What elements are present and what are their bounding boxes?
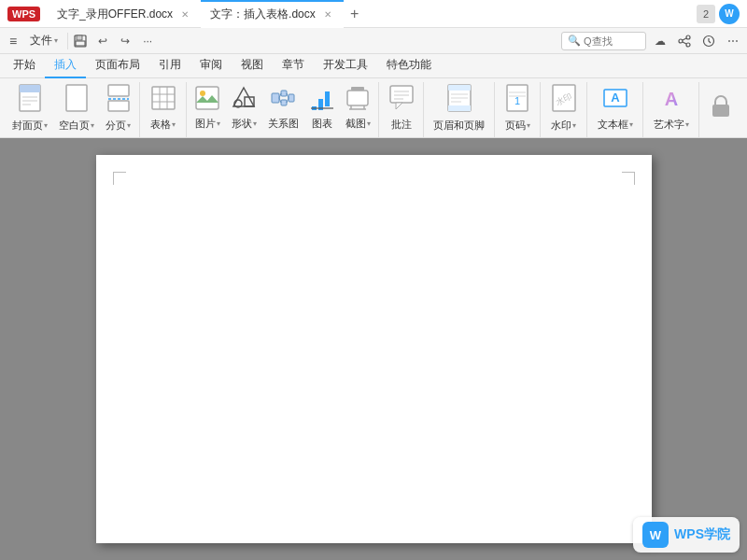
tab-offer[interactable]: 文字_录用OFFER.docx ✕ — [48, 0, 201, 28]
wordart-label: 艺术字 ▾ — [654, 118, 689, 132]
svg-rect-10 — [20, 85, 40, 92]
tab-table-close[interactable]: ✕ — [321, 8, 334, 21]
svg-marker-46 — [396, 103, 402, 109]
cloud-sync-button[interactable]: ☁ — [650, 31, 670, 51]
more-options-button[interactable]: ⋯ — [723, 31, 743, 51]
svg-rect-23 — [196, 87, 218, 109]
picture-label: 图片 ▾ — [195, 117, 220, 131]
search-box[interactable]: 🔍 — [561, 32, 646, 50]
wps-academy-badge[interactable]: W WPS学院 — [633, 517, 740, 553]
file-caret: ▾ — [54, 36, 58, 45]
blank-page-button[interactable]: 空白页 ▾ — [54, 82, 99, 134]
page-break-icon — [106, 84, 131, 116]
history-button[interactable] — [698, 31, 719, 51]
svg-text:A: A — [664, 89, 677, 109]
pagenumber-label: 页码 ▾ — [505, 119, 530, 133]
svg-rect-40 — [347, 91, 368, 105]
quick-access-toolbar: ↩ ↪ ··· — [70, 31, 158, 51]
user-avatar[interactable]: W — [719, 4, 740, 24]
lock-icon — [711, 94, 731, 122]
app-window: WPS 文字_录用OFFER.docx ✕ 文字：插入表格.docx ✕ + 2… — [0, 0, 747, 560]
picture-button[interactable]: 图片 ▾ — [190, 82, 225, 134]
title-bar-right: 2 W — [697, 4, 740, 24]
svg-point-5 — [686, 43, 690, 47]
more-quick-button[interactable]: ··· — [137, 31, 158, 51]
headerfooter-button[interactable]: 页眉和页脚 — [429, 82, 489, 134]
svg-text:A: A — [611, 91, 620, 105]
screenshot-label: 截图 ▾ — [345, 117, 371, 131]
document-page — [96, 155, 652, 543]
tab-add-button[interactable]: + — [344, 3, 366, 25]
search-input[interactable] — [584, 35, 640, 47]
watermark-group-items: 水印 水印 ▾ — [546, 82, 582, 137]
watermark-icon: 水印 — [551, 84, 577, 116]
document-area: W WPS学院 — [0, 138, 747, 560]
page-corner-top-left — [113, 172, 126, 185]
chart-button[interactable]: 图表 — [305, 82, 339, 134]
separator-1 — [67, 33, 68, 49]
screenshot-button[interactable]: 截图 ▾ — [341, 82, 375, 134]
headerfooter-label: 页眉和页脚 — [433, 119, 485, 133]
svg-rect-15 — [108, 85, 129, 96]
save-button[interactable] — [70, 31, 91, 51]
cover-page-label: 封面页 ▾ — [12, 119, 48, 133]
textbox-button[interactable]: A 文本框 ▾ — [593, 82, 638, 134]
pagenumber-icon: 1 — [505, 84, 529, 116]
ribbon-tab-special[interactable]: 特色功能 — [377, 54, 441, 78]
ribbon-group-pages: 封面页 ▾ 空白页 ▾ — [4, 82, 140, 137]
share-button[interactable] — [674, 31, 695, 51]
svg-rect-18 — [152, 87, 175, 109]
watermark-button[interactable]: 水印 水印 ▾ — [546, 82, 582, 134]
svg-rect-45 — [390, 86, 413, 103]
menu-bar-right: 🔍 ☁ ⋯ — [561, 31, 743, 51]
menu-file[interactable]: 文件 ▾ — [22, 31, 65, 50]
cover-page-button[interactable]: 封面页 ▾ — [7, 82, 52, 134]
hamburger-icon[interactable]: ≡ — [4, 34, 22, 49]
tab-offer-label: 文字_录用OFFER.docx — [57, 7, 173, 22]
tab-table[interactable]: 文字：插入表格.docx ✕ — [201, 0, 344, 28]
page-break-button[interactable]: 分页 ▾ — [101, 82, 135, 134]
ribbon-tab-insert[interactable]: 插入 — [45, 54, 86, 78]
shape-icon — [232, 86, 256, 114]
tab-count-badge: 2 — [697, 5, 715, 23]
ribbon-group-headerfooter: 页眉和页脚 — [424, 82, 495, 137]
svg-rect-31 — [289, 94, 294, 102]
lock-button[interactable] — [704, 82, 738, 134]
ribbon-content: 封面页 ▾ 空白页 ▾ — [0, 78, 747, 137]
svg-rect-28 — [272, 93, 279, 103]
ribbon-tab-review[interactable]: 审阅 — [190, 54, 232, 78]
screenshot-icon — [345, 86, 370, 114]
ribbon-tab-view[interactable]: 视图 — [232, 54, 273, 78]
wps-logo: WPS — [7, 7, 40, 21]
ribbon-tab-home[interactable]: 开始 — [4, 54, 45, 78]
undo-button[interactable]: ↩ — [92, 31, 113, 51]
ribbon-tab-layout[interactable]: 页面布局 — [86, 54, 149, 78]
svg-point-4 — [686, 35, 690, 39]
table-button[interactable]: 表格 ▾ — [146, 82, 181, 134]
smartart-icon — [271, 86, 295, 114]
redo-button[interactable]: ↪ — [115, 31, 135, 51]
shape-label: 形状 ▾ — [232, 117, 257, 131]
pagenumber-button[interactable]: 1 页码 ▾ — [500, 82, 535, 134]
ribbon-tab-chapter[interactable]: 章节 — [273, 54, 314, 78]
shape-button[interactable]: 形状 ▾ — [227, 82, 261, 134]
title-bar: WPS 文字_录用OFFER.docx ✕ 文字：插入表格.docx ✕ + 2… — [0, 0, 747, 28]
svg-rect-2 — [76, 41, 85, 46]
headerfooter-group-items: 页眉和页脚 — [429, 82, 489, 137]
headerfooter-icon — [446, 84, 472, 116]
ribbon-tab-reference[interactable]: 引用 — [149, 54, 190, 78]
wordart-icon: A — [658, 85, 684, 115]
svg-rect-51 — [448, 85, 471, 91]
ribbon-tab-devtools[interactable]: 开发工具 — [314, 54, 377, 78]
tab-offer-close[interactable]: ✕ — [178, 8, 191, 21]
svg-point-3 — [679, 39, 683, 43]
comment-button[interactable]: 批注 — [385, 82, 418, 134]
smartart-button[interactable]: 关系图 — [263, 82, 303, 134]
wordart-button[interactable]: A 艺术字 ▾ — [649, 82, 694, 134]
ribbon-tabs: 开始 插入 页面布局 引用 审阅 视图 章节 开发工具 特色功能 — [0, 54, 747, 78]
ribbon-group-pagenumber: 1 页码 ▾ — [495, 82, 541, 137]
svg-line-7 — [683, 42, 686, 44]
pagenumber-group-items: 1 页码 ▾ — [500, 82, 535, 137]
watermark-label: 水印 ▾ — [551, 119, 576, 133]
svg-rect-29 — [281, 91, 287, 96]
